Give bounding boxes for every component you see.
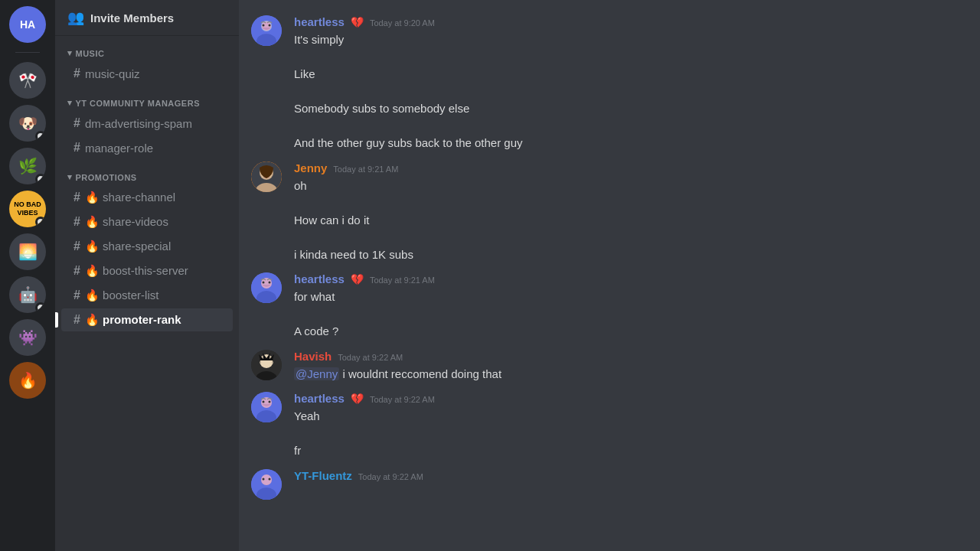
channel-share-videos[interactable]: # 🔥 share-videos [61,210,233,233]
category-yt-community[interactable]: ▾ YT COMMUNITY MANAGERS [55,86,239,111]
channel-boost-server[interactable]: # 🔥 boost-this-server [61,259,233,282]
svg-point-23 [260,355,273,367]
msg3-line1: for what [294,289,968,306]
category-chevron-music: ▾ [67,48,73,58]
messages-container[interactable]: heartless 💔 Today at 9:20 AM It's simply… [239,0,980,551]
hash-icon-share-channel: # [74,191,80,204]
category-music[interactable]: ▾ MUSIC [55,36,239,61]
svg-point-15 [263,282,265,284]
notification-dot-6 [35,302,46,313]
ha-initials: HA [20,18,35,31]
invite-members-label: Invite Members [90,11,174,24]
main-chat: heartless 💔 Today at 9:20 AM It's simply… [239,0,980,551]
msg6-line1 [294,485,968,503]
msg1-line6 [294,118,968,135]
category-label-promos: PROMOTIONS [76,173,137,182]
server-icon-2[interactable]: 🐶 [9,105,46,142]
svg-point-27 [269,401,271,403]
notification-dot-4 [35,217,46,227]
channel-share-channel[interactable]: # 🔥 share-channel [61,186,233,209]
timestamp-6: Today at 9:22 AM [358,472,423,481]
msg5-line3: fr [294,442,968,460]
hash-icon-boost: # [74,264,80,278]
server-icon-5[interactable]: 🌅 [9,233,46,270]
message-content-5: heartless 💔 Today at 9:22 AM Yeah fr [294,392,968,460]
heartless-emoji-2: 💔 [351,273,364,285]
heartless-emoji-1: 💔 [351,16,364,28]
invite-icon: 👥 [67,9,84,26]
heartless-emoji-3: 💔 [351,393,364,405]
timestamp-3: Today at 9:21 AM [370,276,435,285]
msg2-line4 [294,229,968,246]
message-text-5: Yeah fr [294,408,968,460]
svg-point-26 [263,401,265,403]
channel-name-manager: manager-role [85,142,153,155]
category-label-music: MUSIC [76,49,105,58]
msg2-line1: oh [294,178,968,195]
channel-sidebar: 👥 Invite Members ▾ MUSIC # music-quiz ▾ … [55,0,239,551]
svg-point-5 [269,24,271,27]
msg1-line1: It's simply [294,31,968,49]
msg2-line3: How can i do it [294,212,968,230]
username-havish[interactable]: Havish [294,350,332,363]
message-header-1: heartless 💔 Today at 9:20 AM [294,15,968,28]
channel-promoter-rank[interactable]: # 🔥 promoter-rank [61,308,233,331]
invite-members-button[interactable]: 👥 Invite Members [55,0,239,36]
msg2-line5: i kinda need to 1K subs [294,246,968,264]
hash-icon-dm: # [74,116,80,130]
avatar-heartless-3 [251,392,282,422]
server-sidebar: HA 🎌 🐶 🌿 NO BAD VIBES 🌅 🤖 👾 🔥 [0,0,55,551]
server-icon-ha[interactable]: HA [9,6,46,43]
timestamp-2: Today at 9:21 AM [333,165,398,174]
username-heartless-1[interactable]: heartless [294,15,345,28]
message-content-6: YT-Fluentz Today at 9:22 AM [294,469,968,503]
message-content-4: Havish Today at 9:22 AM @Jenny i wouldnt… [294,350,968,383]
svg-point-33 [263,478,265,480]
message-text-6 [294,485,968,503]
username-heartless-3[interactable]: heartless [294,392,345,405]
server-icon-8[interactable]: 🔥 [9,362,46,399]
msg1-line4 [294,83,968,101]
msg2-line2 [294,194,968,212]
mention-jenny: @Jenny [294,367,339,380]
server-icon-4[interactable]: NO BAD VIBES [9,191,46,227]
server-icon-3[interactable]: 🌿 [9,148,46,184]
message-header-4: Havish Today at 9:22 AM [294,350,968,363]
msg5-line1: Yeah [294,408,968,425]
message-text-3: for what A code ? [294,289,968,341]
channel-share-special[interactable]: # 🔥 share-special [61,235,233,258]
username-heartless-2[interactable]: heartless [294,272,345,285]
hash-icon-booster: # [74,289,80,302]
channel-booster-list[interactable]: # 🔥 booster-list [61,284,233,307]
timestamp-1: Today at 9:20 AM [370,18,435,28]
message-content-3: heartless 💔 Today at 9:21 AM for what A … [294,272,968,341]
message-content-2: Jenny Today at 9:21 AM oh How can i do i… [294,161,968,264]
username-ytfluentz[interactable]: YT-Fluentz [294,469,352,482]
server-icon-1[interactable]: 🎌 [9,62,46,99]
timestamp-4: Today at 9:22 AM [338,353,403,362]
message-group-6: YT-Fluentz Today at 9:22 AM [239,466,980,506]
server-icon-7[interactable]: 👾 [9,319,46,356]
svg-point-16 [269,282,271,284]
channel-dm-advertising[interactable]: # dm-advertising-spam [61,112,233,135]
channel-name-promoter: 🔥 promoter-rank [85,313,181,327]
avatar-heartless-1 [251,15,282,46]
message-header-2: Jenny Today at 9:21 AM [294,161,968,174]
msg1-line3: Like [294,66,968,83]
notification-dot-2 [35,131,46,142]
username-jenny[interactable]: Jenny [294,161,327,174]
message-group-3: heartless 💔 Today at 9:21 AM for what A … [239,269,980,344]
msg1-line5: Somebody subs to somebody else [294,100,968,118]
channel-manager-role[interactable]: # manager-role [61,136,233,159]
channel-name-share-special: 🔥 share-special [85,240,171,253]
message-group-1: heartless 💔 Today at 9:20 AM It's simply… [239,12,980,155]
notification-bar-promoter [55,312,58,328]
message-text-4: @Jenny i wouldnt reccomend doing that [294,366,968,383]
avatar-havish [251,350,282,380]
category-promotions[interactable]: ▾ PROMOTIONS [55,160,239,185]
timestamp-5: Today at 9:22 AM [370,395,435,404]
category-chevron-promos: ▾ [67,172,73,182]
server-icon-6[interactable]: 🤖 [9,276,46,313]
msg4-line1: @Jenny i wouldnt reccomend doing that [294,366,968,383]
channel-music-quiz[interactable]: # music-quiz [61,62,233,85]
